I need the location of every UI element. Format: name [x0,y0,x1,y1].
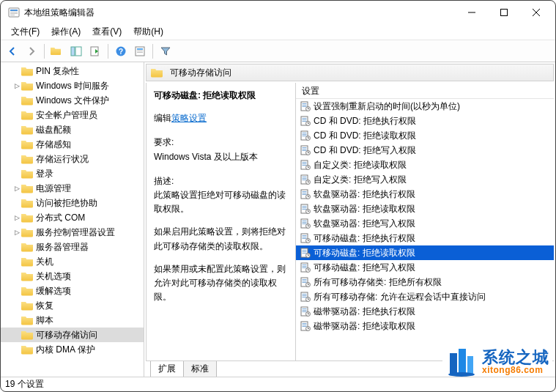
requirements-label: 要求: [154,136,288,149]
folder-icon [21,243,33,252]
menu-view[interactable]: 查看(V) [86,24,127,40]
svg-rect-74 [303,265,307,265]
tree-item[interactable]: 可移动存储访问 [1,328,144,342]
tree-item-label: PIN 复杂性 [36,65,79,78]
policy-item[interactable]: 软盘驱动器: 拒绝读取权限 [296,201,554,216]
expand-icon[interactable]: ▷ [12,185,21,192]
show-hide-tree-button[interactable] [67,42,85,60]
up-button[interactable] [48,42,66,60]
svg-rect-20 [303,105,307,106]
policy-item[interactable]: 软盘驱动器: 拒绝写入权限 [296,216,554,231]
minimize-button[interactable] [456,1,488,23]
help-button[interactable]: ? [112,42,130,60]
settings-list-pane: 设置 设置强制重新启动的时间(以秒为单位)CD 和 DVD: 拒绝执行权限CD … [296,83,554,360]
tree-item-label: Windows 文件保护 [36,95,109,107]
filter-button[interactable] [157,42,174,60]
policy-item[interactable]: 设置强制重新启动的时间(以秒为单位) [296,99,554,114]
watermark-text: 系统之城 [482,350,549,366]
tree-item[interactable]: 存储运行状况 [1,152,144,166]
properties-button[interactable] [131,42,149,60]
policy-label: 磁带驱动器: 拒绝执行权限 [314,306,415,318]
policy-item[interactable]: 可移动磁盘: 拒绝读取权限 [296,245,554,260]
expand-icon[interactable]: ▷ [12,229,21,236]
svg-rect-41 [303,165,307,166]
svg-rect-10 [75,47,81,56]
policy-item[interactable]: 可移动磁盘: 拒绝执行权限 [296,231,554,245]
menu-help[interactable]: 帮助(H) [127,24,169,40]
tree-item[interactable]: 内核 DMA 保护 [1,342,144,357]
tree-item[interactable]: ▷分布式 COM [1,210,144,225]
policy-label: 所有可移动存储类: 拒绝所有权限 [314,276,442,289]
menu-file[interactable]: 文件(F) [5,24,45,40]
folder-icon [151,68,163,78]
folder-icon [21,286,33,296]
expand-icon[interactable]: ▷ [12,82,21,89]
tree-item[interactable]: 安全帐户管理员 [1,108,144,122]
tab-standard[interactable]: 标准 [183,361,217,377]
svg-rect-44 [303,177,307,177]
tree-item[interactable]: 存储感知 [1,137,144,152]
svg-rect-25 [303,119,307,120]
tree-item[interactable]: 关机 [1,254,144,269]
tree-item[interactable]: 缓解选项 [1,284,144,298]
policy-item[interactable]: CD 和 DVD: 拒绝写入权限 [296,143,554,158]
policy-icon [300,174,311,185]
policy-item[interactable]: 所有可移动存储类: 拒绝所有权限 [296,275,554,289]
app-icon [8,7,20,18]
folder-icon [21,67,33,76]
tree-item-label: 安全帐户管理员 [36,109,97,122]
tab-extended[interactable]: 扩展 [150,361,184,377]
tree-item[interactable]: 访问被拒绝协助 [1,196,144,210]
tree-item-label: 存储运行状况 [36,153,89,166]
edit-policy-link[interactable]: 策略设置 [171,113,207,123]
tree-item-label: Windows 时间服务 [36,80,109,92]
policy-icon [300,116,311,126]
svg-rect-4 [10,15,15,15]
policy-icon [300,248,311,258]
policy-item[interactable]: 自定义类: 拒绝读取权限 [296,158,554,172]
edit-prefix: 编辑 [154,113,171,123]
tree-item[interactable]: 磁盘配额 [1,122,144,137]
forward-button[interactable] [23,42,40,60]
expand-icon[interactable]: ▷ [12,214,21,221]
export-button[interactable] [86,42,104,60]
folder-icon [21,213,33,223]
right-pane: 可移动存储访问 可移动磁盘: 拒绝读取权限 编辑策略设置 要求: Windows… [144,62,555,377]
maximize-button[interactable] [488,1,520,23]
settings-column-header[interactable]: 设置 [296,83,554,99]
policy-item[interactable]: 可移动磁盘: 拒绝写入权限 [296,260,554,275]
tree-item[interactable]: PIN 复杂性 [1,64,144,78]
tree-item-label: 磁盘配额 [36,124,71,136]
tree-item[interactable]: 服务器管理器 [1,240,144,254]
folder-icon [21,111,33,120]
svg-rect-89 [303,308,307,309]
tree-item[interactable]: 脚本 [1,313,144,328]
policy-item[interactable]: 软盘驱动器: 拒绝执行权限 [296,187,554,201]
svg-rect-71 [303,253,307,254]
policy-item[interactable]: 磁带驱动器: 拒绝执行权限 [296,304,554,319]
tree-item[interactable]: ▷电源管理 [1,181,144,196]
settings-list[interactable]: 设置强制重新启动的时间(以秒为单位)CD 和 DVD: 拒绝执行权限CD 和 D… [296,99,554,360]
policy-icon [300,204,311,214]
policy-item[interactable]: CD 和 DVD: 拒绝读取权限 [296,128,554,143]
toolbar-sep [108,44,108,59]
tree-item[interactable]: ▷Windows 时间服务 [1,78,144,93]
back-button[interactable] [4,42,21,60]
tree-item[interactable]: ▷服务控制管理器设置 [1,225,144,240]
svg-rect-1 [10,10,18,11]
policy-item[interactable]: 磁带驱动器: 拒绝读取权限 [296,319,554,333]
policy-label: 可移动磁盘: 拒绝执行权限 [314,232,415,245]
menu-action[interactable]: 操作(A) [45,24,86,40]
policy-item[interactable]: 所有可移动存储: 允许在远程会话中直接访问 [296,289,554,304]
policy-item[interactable]: 自定义类: 拒绝写入权限 [296,172,554,187]
svg-rect-70 [303,251,307,252]
svg-rect-90 [303,310,307,311]
svg-rect-59 [303,221,307,221]
tree-item[interactable]: 关机选项 [1,269,144,284]
tree-item[interactable]: Windows 文件保护 [1,93,144,108]
tree-item[interactable]: 登录 [1,166,144,181]
tree-item[interactable]: 恢复 [1,298,144,313]
nav-tree[interactable]: PIN 复杂性▷Windows 时间服务Windows 文件保护安全帐户管理员磁… [1,62,144,377]
policy-item[interactable]: CD 和 DVD: 拒绝执行权限 [296,114,554,128]
close-button[interactable] [520,1,552,23]
